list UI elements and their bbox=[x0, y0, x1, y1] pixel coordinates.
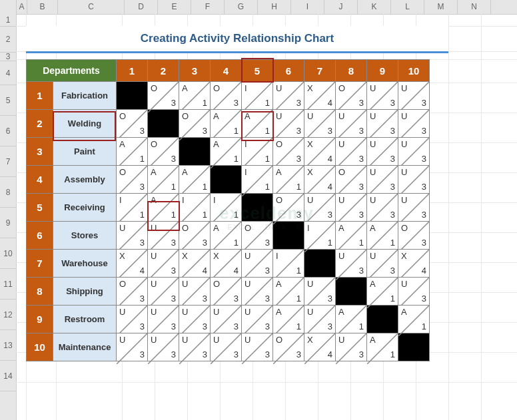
cell-Assembly-7[interactable]: X4 bbox=[304, 166, 336, 194]
row-header-1[interactable]: 1 bbox=[0, 14, 16, 27]
cell-Fabrication-4[interactable]: O3 bbox=[211, 82, 242, 110]
cell-Warehouse-1[interactable]: X4 bbox=[117, 250, 148, 278]
row-header-9[interactable]: 9 bbox=[0, 208, 16, 238]
cell-Paint-4[interactable]: A1 bbox=[211, 138, 242, 166]
cell-Assembly-9[interactable]: U3 bbox=[367, 166, 398, 194]
col-header-F[interactable]: F bbox=[191, 0, 225, 14]
cell-Stores-10[interactable]: O3 bbox=[398, 222, 430, 250]
cell-Fabrication-9[interactable]: U3 bbox=[367, 82, 398, 110]
cell-Assembly-2[interactable]: A1 bbox=[148, 166, 179, 194]
cell-Maintenance-4[interactable]: U3 bbox=[211, 333, 242, 361]
cell-Welding-4[interactable]: A1 bbox=[211, 110, 242, 138]
cell-Shipping-5[interactable]: U3 bbox=[242, 278, 273, 306]
cell-Fabrication-3[interactable]: A1 bbox=[179, 82, 211, 110]
cell-Maintenance-5[interactable]: U3 bbox=[242, 333, 273, 361]
dept-name-Stores[interactable]: Stores bbox=[53, 222, 117, 250]
cell-Receiving-8[interactable]: U3 bbox=[336, 194, 367, 222]
cell-Paint-5[interactable]: I1 bbox=[242, 138, 273, 166]
dept-name-Maintenance[interactable]: Maintenance bbox=[53, 333, 117, 361]
cell-Receiving-1[interactable]: I1 bbox=[117, 194, 148, 222]
cell-Maintenance-6[interactable]: O3 bbox=[273, 333, 304, 361]
cell-Maintenance-1[interactable]: U3 bbox=[117, 333, 148, 361]
cell-Assembly-1[interactable]: O3 bbox=[117, 166, 148, 194]
cell-Stores-1[interactable]: U3 bbox=[117, 222, 148, 250]
cell-Warehouse-8[interactable]: U3 bbox=[336, 250, 367, 278]
cell-Restroom-6[interactable]: A1 bbox=[273, 306, 304, 333]
col-header-B[interactable]: B bbox=[27, 0, 58, 14]
cell-Restroom-7[interactable]: U3 bbox=[304, 306, 336, 333]
cell-Shipping-1[interactable]: O3 bbox=[117, 278, 148, 306]
cell-Maintenance-3[interactable]: U3 bbox=[179, 333, 211, 361]
col-header-G[interactable]: G bbox=[225, 0, 258, 14]
row-header-10[interactable]: 10 bbox=[0, 238, 16, 269]
cell-Paint-7[interactable]: X4 bbox=[304, 138, 336, 166]
cell-Paint-6[interactable]: O3 bbox=[273, 138, 304, 166]
cell-Paint-2[interactable]: O3 bbox=[148, 138, 179, 166]
cell-Shipping-3[interactable]: U3 bbox=[179, 278, 211, 306]
row-header-14[interactable]: 14 bbox=[0, 361, 16, 391]
cell-Paint-10[interactable]: U3 bbox=[398, 138, 430, 166]
cell-Restroom-8[interactable]: A1 bbox=[336, 306, 367, 333]
cell-Welding-8[interactable]: U3 bbox=[336, 110, 367, 138]
cell-Shipping-6[interactable]: A1 bbox=[273, 278, 304, 306]
cell-Welding-9[interactable]: U3 bbox=[367, 110, 398, 138]
cell-Stores-4[interactable]: A1 bbox=[211, 222, 242, 250]
cell-Receiving-9[interactable]: U3 bbox=[367, 194, 398, 222]
col-header-L[interactable]: L bbox=[391, 0, 424, 14]
cell-Stores-5[interactable]: O3 bbox=[242, 222, 273, 250]
col-header-J[interactable]: J bbox=[324, 0, 358, 14]
row-header-11[interactable]: 11 bbox=[0, 269, 16, 300]
cell-Fabrication-2[interactable]: O3 bbox=[148, 82, 179, 110]
cell-Maintenance-9[interactable]: A1 bbox=[367, 333, 398, 361]
cell-Fabrication-8[interactable]: O3 bbox=[336, 82, 367, 110]
row-header-6[interactable]: 6 bbox=[0, 116, 16, 146]
cell-Restroom-10[interactable]: A1 bbox=[398, 306, 430, 333]
cell-Restroom-4[interactable]: U3 bbox=[211, 306, 242, 333]
cell-Shipping-4[interactable]: O3 bbox=[211, 278, 242, 306]
row-header-13[interactable]: 13 bbox=[0, 330, 16, 361]
cell-Welding-1[interactable]: O3 bbox=[117, 110, 148, 138]
cell-Stores-2[interactable]: U3 bbox=[148, 222, 179, 250]
cell-Maintenance-8[interactable]: U3 bbox=[336, 333, 367, 361]
col-header-A[interactable]: A bbox=[17, 0, 27, 14]
cell-Assembly-5[interactable]: I1 bbox=[242, 166, 273, 194]
cell-Restroom-5[interactable]: U3 bbox=[242, 306, 273, 333]
dept-name-Restroom[interactable]: Restroom bbox=[53, 306, 117, 333]
cell-Receiving-2[interactable]: A1 bbox=[148, 194, 179, 222]
dept-name-Paint[interactable]: Paint bbox=[53, 138, 117, 166]
cell-Paint-8[interactable]: U3 bbox=[336, 138, 367, 166]
cell-Maintenance-2[interactable]: U3 bbox=[148, 333, 179, 361]
cell-Stores-7[interactable]: I1 bbox=[304, 222, 336, 250]
dept-name-Assembly[interactable]: Assembly bbox=[53, 166, 117, 194]
cell-Receiving-10[interactable]: U3 bbox=[398, 194, 430, 222]
cell-Restroom-1[interactable]: U3 bbox=[117, 306, 148, 333]
row-header-5[interactable]: 5 bbox=[0, 85, 16, 116]
col-header-D[interactable]: D bbox=[125, 0, 158, 14]
dept-name-Welding[interactable]: Welding bbox=[53, 110, 117, 138]
col-header-I[interactable]: I bbox=[291, 0, 324, 14]
cell-Shipping-2[interactable]: U3 bbox=[148, 278, 179, 306]
cell-Stores-8[interactable]: A1 bbox=[336, 222, 367, 250]
cell-Fabrication-7[interactable]: X4 bbox=[304, 82, 336, 110]
cell-Assembly-3[interactable]: A1 bbox=[179, 166, 211, 194]
cell-Welding-3[interactable]: O3 bbox=[179, 110, 211, 138]
cell-Maintenance-7[interactable]: X4 bbox=[304, 333, 336, 361]
col-header-C[interactable]: C bbox=[58, 0, 125, 14]
cell-Welding-10[interactable]: U3 bbox=[398, 110, 430, 138]
row-header-12[interactable]: 12 bbox=[0, 300, 16, 330]
cell-Welding-7[interactable]: U3 bbox=[304, 110, 336, 138]
cell-Assembly-6[interactable]: A1 bbox=[273, 166, 304, 194]
cell-Assembly-8[interactable]: O3 bbox=[336, 166, 367, 194]
excel-row-headers[interactable]: 1234567891011121314 bbox=[0, 14, 17, 420]
col-header-N[interactable]: N bbox=[458, 0, 491, 14]
cell-Assembly-10[interactable]: U3 bbox=[398, 166, 430, 194]
cell-Fabrication-6[interactable]: U3 bbox=[273, 82, 304, 110]
cell-Warehouse-5[interactable]: U3 bbox=[242, 250, 273, 278]
cell-Receiving-3[interactable]: I1 bbox=[179, 194, 211, 222]
activity-chart-table[interactable]: Departments123456789101FabricationO3A1O3… bbox=[26, 59, 430, 361]
cell-Receiving-4[interactable]: I1 bbox=[211, 194, 242, 222]
col-header-K[interactable]: K bbox=[358, 0, 391, 14]
cell-Warehouse-3[interactable]: X4 bbox=[179, 250, 211, 278]
dept-name-Fabrication[interactable]: Fabrication bbox=[53, 82, 117, 110]
cell-Shipping-7[interactable]: U3 bbox=[304, 278, 336, 306]
